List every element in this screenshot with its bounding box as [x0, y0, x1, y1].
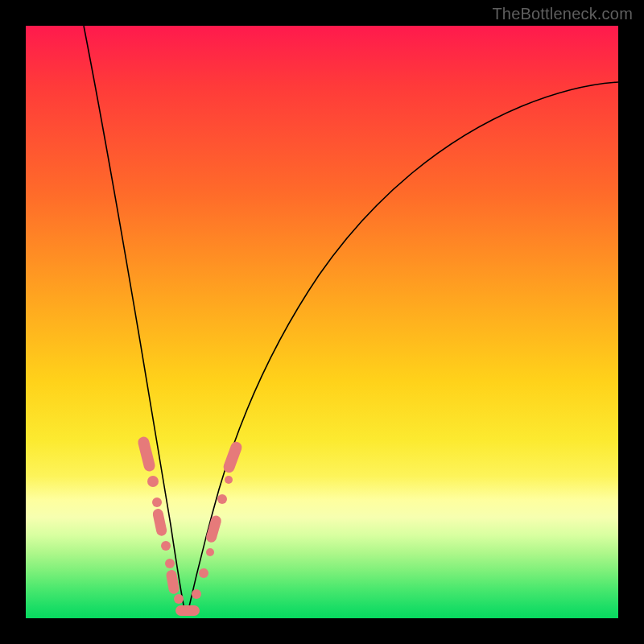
marker-right-dot-1: [192, 589, 201, 599]
watermark-text: TheBottleneck.com: [492, 5, 633, 23]
curve-right-branch: [188, 82, 618, 613]
marker-right-dot-5: [225, 476, 233, 484]
marker-left-dot-1: [147, 476, 159, 487]
marker-left-dot-5: [174, 594, 184, 604]
marker-left-dot-2: [152, 497, 162, 507]
marker-left-dot-4: [165, 559, 175, 568]
curve-left-branch: [84, 26, 185, 613]
marker-right-dot-4: [217, 494, 227, 504]
marker-left-dot-3: [161, 541, 171, 551]
curve-layer: [26, 26, 618, 618]
marker-right-dot-2: [199, 568, 208, 578]
marker-left-capsule-mid: [152, 508, 168, 537]
marker-left-capsule-top: [137, 436, 156, 473]
marker-bottom-bar: [175, 605, 200, 616]
plot-area: [26, 26, 618, 618]
marker-right-capsule-top: [222, 440, 244, 474]
marker-right-dot-3: [206, 548, 214, 556]
outer-frame: TheBottleneck.com: [0, 0, 644, 644]
